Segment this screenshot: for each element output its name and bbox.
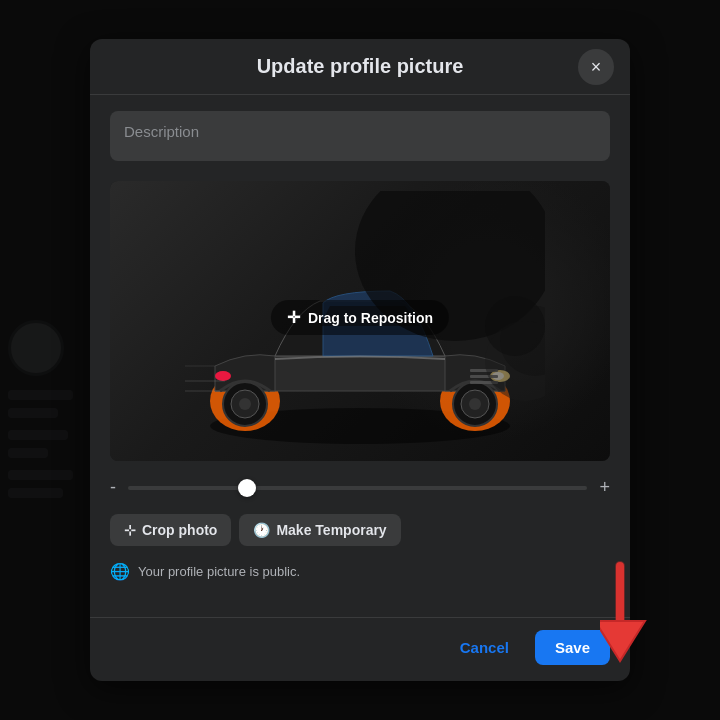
svg-point-11 [215, 371, 231, 381]
public-notice-text: Your profile picture is public. [138, 564, 300, 579]
zoom-slider-row: - + [110, 473, 610, 514]
crop-btn-label: Crop photo [142, 522, 217, 538]
action-buttons-row: ⊹ Crop photo 🕐 Make Temporary [110, 514, 610, 546]
temp-btn-label: Make Temporary [276, 522, 386, 538]
close-button[interactable]: × [578, 49, 614, 85]
zoom-plus-icon: + [599, 477, 610, 498]
modal-body: ✛ Drag to Reposition - + ⊹ Crop photo 🕐 … [90, 95, 630, 617]
car-image-area [110, 181, 610, 461]
cancel-button[interactable]: Cancel [444, 630, 525, 665]
car-svg [175, 191, 545, 451]
zoom-minus-icon: - [110, 477, 116, 498]
car-canvas: ✛ Drag to Reposition [110, 181, 610, 461]
modal-header: Update profile picture × [90, 39, 630, 95]
profile-picture-modal: Update profile picture × [90, 39, 630, 681]
crop-icon: ⊹ [124, 522, 136, 538]
make-temporary-button[interactable]: 🕐 Make Temporary [239, 514, 400, 546]
svg-point-14 [239, 398, 251, 410]
description-input[interactable] [110, 111, 610, 161]
modal-footer: Cancel Save [90, 617, 630, 681]
public-notice: 🌐 Your profile picture is public. [110, 562, 610, 581]
image-container[interactable]: ✛ Drag to Reposition [110, 181, 610, 461]
svg-point-27 [485, 296, 545, 356]
clock-icon: 🕐 [253, 522, 270, 538]
save-button[interactable]: Save [535, 630, 610, 665]
modal-title: Update profile picture [257, 55, 464, 78]
zoom-slider[interactable] [128, 486, 587, 490]
svg-point-17 [469, 398, 481, 410]
crop-photo-button[interactable]: ⊹ Crop photo [110, 514, 231, 546]
globe-icon: 🌐 [110, 562, 130, 581]
